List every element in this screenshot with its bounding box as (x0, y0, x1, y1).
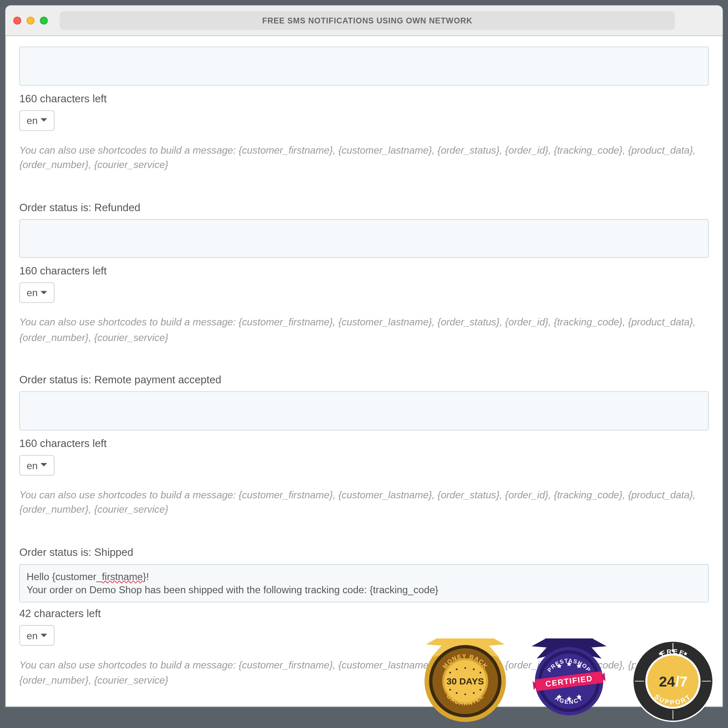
section-label-shipped: Order status is: Shipped (19, 546, 709, 558)
svg-text:30 DAYS: 30 DAYS (447, 676, 484, 687)
chars-left-shipped: 42 characters left (19, 608, 709, 620)
svg-point-11 (473, 668, 475, 670)
maximize-button[interactable] (40, 16, 48, 24)
svg-text:/7: /7 (675, 673, 687, 689)
svg-point-16 (473, 692, 475, 694)
language-select-shipped[interactable]: en (19, 625, 54, 646)
svg-point-9 (456, 668, 458, 670)
language-select-0[interactable]: en (19, 110, 54, 131)
sms-message-input-0[interactable] (19, 46, 709, 85)
shortcodes-hint-refunded: You can also use shortcodes to build a m… (19, 315, 709, 345)
svg-point-17 (479, 689, 481, 691)
shortcodes-hint-0: You can also use shortcodes to build a m… (19, 143, 709, 173)
window-titlebar: FREE SMS NOTIFICATIONS USING OWN NETWORK (5, 5, 723, 36)
svg-point-15 (464, 693, 466, 695)
window-title: FREE SMS NOTIFICATIONS USING OWN NETWORK (262, 16, 472, 25)
chars-left-remote: 160 characters left (19, 438, 709, 449)
traffic-lights (13, 16, 48, 24)
sms-message-input-remote[interactable] (19, 391, 709, 430)
minimize-button[interactable] (27, 16, 35, 24)
svg-point-13 (449, 689, 451, 691)
sms-message-input-refunded[interactable] (19, 219, 709, 258)
shortcodes-hint-remote: You can also use shortcodes to build a m… (19, 487, 709, 517)
chevron-down-icon (40, 290, 47, 295)
section-label-remote: Order status is: Remote payment accepted (19, 374, 709, 386)
chars-left-0: 160 characters left (19, 93, 709, 105)
language-select-remote[interactable]: en (19, 455, 54, 475)
svg-point-8 (449, 672, 451, 673)
close-button[interactable] (13, 16, 21, 24)
section-label-refunded: Order status is: Refunded (19, 202, 709, 214)
svg-text:24: 24 (659, 673, 675, 689)
svg-point-10 (464, 667, 466, 669)
certified-badge: PRESTASHOP AGENCY CERTIFIED (526, 638, 612, 724)
chars-left-refunded: 160 characters left (19, 265, 709, 277)
support-badge: FREE SUPPORT 24 /7 (630, 638, 716, 724)
chevron-down-icon (40, 462, 47, 468)
window-title-pill: FREE SMS NOTIFICATIONS USING OWN NETWORK (60, 11, 675, 30)
svg-point-14 (456, 692, 458, 694)
chevron-down-icon (40, 633, 47, 638)
content-area: 160 characters left en You can also use … (5, 36, 723, 707)
chevron-down-icon (40, 117, 47, 123)
sms-message-input-shipped[interactable]: Hello {customer_firstname}!Your order on… (19, 564, 709, 603)
language-select-refunded[interactable]: en (19, 282, 54, 303)
money-back-badge: MONEY BACK GAURANTEE 30 DAYS (422, 638, 508, 724)
svg-point-12 (479, 672, 481, 673)
